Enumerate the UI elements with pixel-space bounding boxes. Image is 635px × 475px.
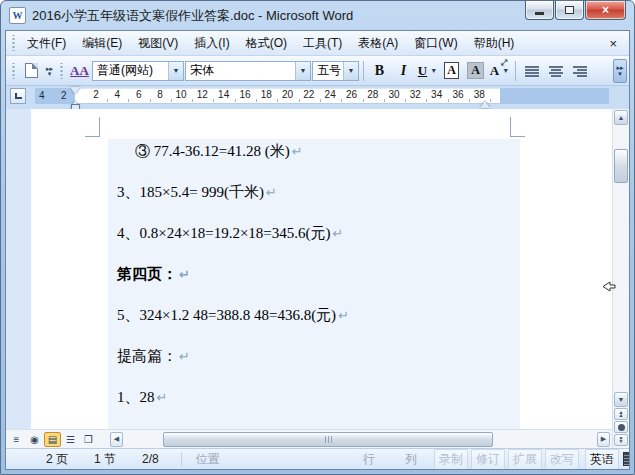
ruler-number: 8 <box>157 89 163 100</box>
ruler-tick <box>469 99 470 102</box>
minimize-button[interactable] <box>525 1 554 20</box>
previous-page-button[interactable]: ▲▲ <box>614 408 628 420</box>
align-right-icon <box>573 65 587 77</box>
status-divider <box>181 452 182 466</box>
font-size-dropdown-icon[interactable]: ▼ <box>343 62 358 80</box>
align-center-button[interactable] <box>544 60 567 82</box>
scroll-right-button[interactable]: ▶ <box>597 432 610 447</box>
character-border-icon: A <box>444 62 459 79</box>
word-app-icon[interactable]: W <box>9 7 26 24</box>
font-value: 宋体 <box>190 62 214 79</box>
align-right-button[interactable] <box>568 60 591 82</box>
paragraph-text: 5、324×1.2 48=388.8 48=436.8(元) <box>117 307 336 323</box>
paragraph-mark-icon: ↵ <box>292 144 303 159</box>
menu-item-8[interactable]: 帮助(H) <box>466 32 523 54</box>
paragraph-text: 提高篇： <box>117 348 177 364</box>
ruler-tick <box>320 99 321 102</box>
document-viewport: ③ 77.4-36.12=41.28 (米)↵3、185×5.4= 999(千米… <box>6 109 612 429</box>
right-indent-marker[interactable] <box>480 96 490 108</box>
horizontal-scrollbar-track[interactable] <box>125 431 595 448</box>
restore-icon <box>565 6 574 14</box>
font-size-combobox[interactable]: 五号 ▼ <box>312 61 359 81</box>
menu-item-4[interactable]: 格式(O) <box>238 32 295 54</box>
horizontal-scrollbar-row: ≡◉▤☰❒ ◀ ▶ <box>6 429 612 448</box>
titlebar[interactable]: W 2016小学五年级语文寒假作业答案.doc - Microsoft Word… <box>1 1 634 30</box>
menu-item-1[interactable]: 编辑(E) <box>74 32 130 54</box>
status-indicator-3[interactable]: 改写 <box>545 449 579 470</box>
toolbar-grip-handle[interactable] <box>11 63 16 79</box>
italic-button[interactable]: I <box>392 60 415 82</box>
web-layout-view-button[interactable]: ◉ <box>26 432 43 447</box>
normal-view-button[interactable]: ≡ <box>8 432 25 447</box>
close-button[interactable]: × <box>585 1 626 20</box>
ruler-number: 14 <box>218 89 229 100</box>
character-scale-button[interactable]: A▼ <box>488 60 511 82</box>
new-document-button[interactable] <box>20 60 43 82</box>
scroll-left-button[interactable]: ◀ <box>110 432 123 447</box>
ruler-row: 422468101214161820222426283032343638 <box>6 86 629 109</box>
document-paragraph-5[interactable]: 提高篇：↵ <box>117 347 190 366</box>
close-document-button[interactable]: × <box>605 36 621 51</box>
font-combobox[interactable]: 宋体 ▼ <box>185 61 311 81</box>
character-border-button[interactable]: A <box>440 60 463 82</box>
status-language-indicator[interactable]: 英语 <box>585 449 619 470</box>
reading-layout-view-button[interactable]: ❒ <box>80 432 97 447</box>
toolbar-options-button[interactable]: ▸▸▾ <box>44 66 55 76</box>
paragraph-text: 1、28 <box>117 389 155 405</box>
vertical-scrollbar-thumb[interactable] <box>614 149 628 183</box>
document-paragraph-3[interactable]: 第四页：↵ <box>117 265 190 284</box>
ruler-tick <box>426 99 427 102</box>
menu-item-2[interactable]: 视图(V) <box>130 32 186 54</box>
menu-item-7[interactable]: 窗口(W) <box>406 32 465 54</box>
tab-selector-button[interactable] <box>10 88 26 104</box>
menubar: 文件(F)编辑(E)视图(V)插入(I)格式(O)工具(T)表格(A)窗口(W)… <box>6 31 629 56</box>
horizontal-scrollbar-thumb[interactable] <box>163 432 493 447</box>
restore-button[interactable] <box>555 1 584 20</box>
status-indicator-2[interactable]: 扩展 <box>508 449 542 470</box>
scroll-up-button[interactable]: ▲ <box>614 110 628 125</box>
ruler-number: 34 <box>431 89 442 100</box>
document-paragraph-6[interactable]: 1、28↵ <box>117 388 167 407</box>
menubar-grip-handle[interactable] <box>11 35 16 51</box>
vertical-scrollbar[interactable]: ▲ ▼ ▲▲ ▼▼ <box>612 109 629 448</box>
styles-pane-button[interactable]: AA <box>68 60 91 82</box>
menu-item-6[interactable]: 表格(A) <box>350 32 406 54</box>
ruler-tick <box>277 99 278 102</box>
menu-item-0[interactable]: 文件(F) <box>19 32 74 54</box>
document-paragraph-4[interactable]: 5、324×1.2 48=388.8 48=436.8(元)↵ <box>117 306 349 325</box>
paragraph-mark-icon: ↵ <box>338 308 349 323</box>
print-layout-view-button[interactable]: ▤ <box>44 432 61 447</box>
horizontal-ruler[interactable]: 422468101214161820222426283032343638 <box>35 88 609 104</box>
document-paragraph-0[interactable]: ③ 77.4-36.12=41.28 (米)↵ <box>135 142 303 161</box>
scroll-down-button[interactable]: ▼ <box>614 392 628 407</box>
menu-item-3[interactable]: 插入(I) <box>186 32 237 54</box>
next-page-button[interactable]: ▼▼ <box>614 434 628 446</box>
spelling-status-icon[interactable] <box>623 452 629 466</box>
ruler-number: 10 <box>176 89 187 100</box>
underline-button[interactable]: U▼ <box>416 60 439 82</box>
ruler-tick <box>299 99 300 102</box>
toolbar-grip-handle-2[interactable] <box>59 63 64 79</box>
character-shading-button[interactable]: A <box>464 60 487 82</box>
menu-item-5[interactable]: 工具(T) <box>295 32 350 54</box>
toolbar-overflow-button[interactable]: ▸▸▾ <box>613 59 627 83</box>
paragraph-text: 3、185×5.4= 999(千米) <box>117 184 264 200</box>
status-page-number: 2 页 <box>46 451 68 468</box>
style-dropdown-icon[interactable]: ▼ <box>168 62 183 80</box>
status-indicator-1[interactable]: 修订 <box>471 449 505 470</box>
document-page[interactable]: ③ 77.4-36.12=41.28 (米)↵3、185×5.4= 999(千米… <box>31 109 612 429</box>
font-dropdown-icon[interactable]: ▼ <box>295 62 310 80</box>
character-scale-dropdown-icon[interactable]: ▼ <box>502 67 509 74</box>
status-indicator-0[interactable]: 录制 <box>434 449 468 470</box>
underline-dropdown-icon[interactable]: ▼ <box>430 67 437 74</box>
align-center-icon <box>549 65 563 77</box>
style-combobox[interactable]: 普通(网站) ▼ <box>92 61 184 81</box>
ruler-tick <box>341 99 342 102</box>
justify-button[interactable] <box>520 60 543 82</box>
document-paragraph-2[interactable]: 4、0.8×24×18=19.2×18=345.6(元)↵ <box>117 224 343 243</box>
ruler-number: 16 <box>239 89 250 100</box>
outline-view-button[interactable]: ☰ <box>62 432 79 447</box>
document-paragraph-1[interactable]: 3、185×5.4= 999(千米)↵ <box>117 183 277 202</box>
bold-button[interactable]: B <box>368 60 391 82</box>
select-browse-object-button[interactable] <box>614 421 628 433</box>
